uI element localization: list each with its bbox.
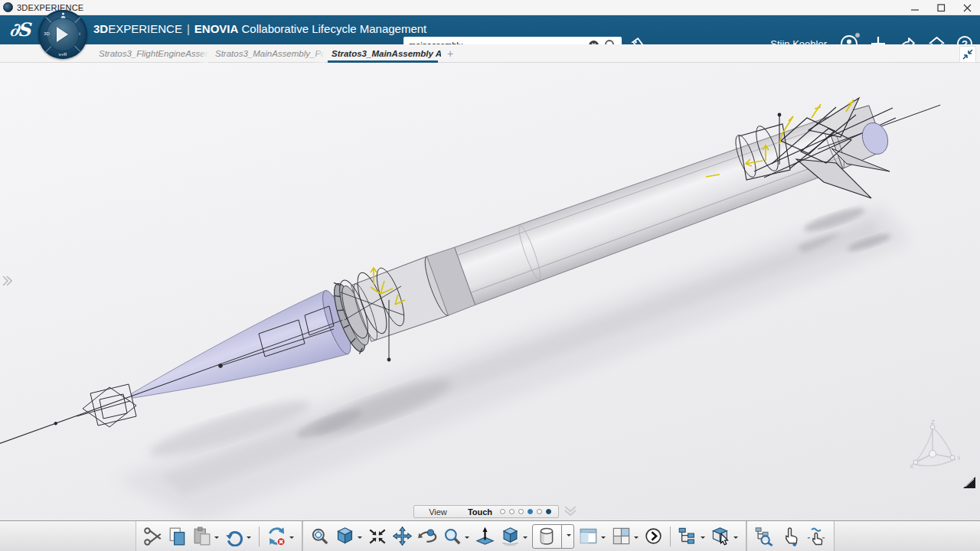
minimize-button[interactable] <box>902 0 928 15</box>
gesture-button[interactable] <box>803 523 829 549</box>
split-view-dropdown-arrow[interactable] <box>601 536 606 541</box>
structure-tree-icon <box>678 526 698 546</box>
select-mode-icon <box>710 526 731 546</box>
iso-cube-icon <box>335 526 355 546</box>
undo-dropdown-arrow[interactable] <box>247 536 251 541</box>
render-style-icon <box>500 526 521 546</box>
tab-flight-engine-assembly[interactable]: Stratos3_FlightEngineAssembl <box>92 44 208 63</box>
cut-button[interactable] <box>141 523 165 549</box>
cut-icon <box>143 527 163 546</box>
more-commands-icon <box>644 527 663 546</box>
close-icon <box>963 4 972 12</box>
fit-all-button[interactable] <box>365 523 390 549</box>
tab-main-assembly-active[interactable]: Stratos3_MainAssembly A.1 <box>325 44 441 63</box>
collapse-arrows-icon <box>962 48 974 60</box>
paste-button[interactable] <box>190 523 222 549</box>
select-mode-button[interactable] <box>708 523 741 549</box>
pill-dot[interactable] <box>528 509 533 514</box>
pill-expand-chevron[interactable] <box>564 505 577 520</box>
select-mode-dropdown-arrow[interactable] <box>733 536 738 541</box>
app-rest: Collaborative Lifecycle Management <box>238 22 426 35</box>
compass-east-label[interactable]: i <box>72 31 87 36</box>
close-button[interactable] <box>954 0 980 15</box>
app-icon <box>3 2 13 12</box>
maximize-icon <box>937 4 946 12</box>
app-title: 3DEXPERIENCE|ENOVIA Collaborative Lifecy… <box>93 22 426 35</box>
iso-view-dropdown-arrow[interactable] <box>358 536 362 541</box>
3dexperience-compass[interactable]: 3D i v+R <box>38 10 87 59</box>
gesture-icon <box>805 526 827 547</box>
pill-dot[interactable] <box>500 509 505 514</box>
render-style-dropdown-arrow[interactable] <box>523 536 528 541</box>
3ds-logo[interactable]: ∂S <box>9 18 29 41</box>
structure-tree-button[interactable] <box>675 523 708 549</box>
update-icon <box>266 526 287 546</box>
zoom-button[interactable] <box>440 523 472 549</box>
touch-add-icon <box>779 526 801 547</box>
pill-dot[interactable] <box>546 509 551 514</box>
double-chevron-down-icon <box>564 505 577 517</box>
minimize-icon <box>911 4 920 12</box>
compass-play-icon[interactable] <box>57 27 68 42</box>
fit-all-icon <box>368 527 387 546</box>
split-view-button[interactable] <box>576 523 609 549</box>
normal-view-button[interactable] <box>472 523 498 549</box>
axis-triad[interactable]: Z X Y <box>910 419 960 478</box>
render-style-button[interactable] <box>498 523 531 549</box>
shading-mode-selected <box>532 524 574 549</box>
toolbar-group-view <box>302 521 746 551</box>
view-mode-button[interactable]: View <box>414 507 462 517</box>
undo-icon <box>224 527 244 546</box>
title-divider: | <box>187 22 190 35</box>
shading-cylinder-button[interactable] <box>534 525 559 548</box>
pill-dot[interactable] <box>537 509 542 514</box>
normal-view-icon <box>475 526 495 546</box>
copy-icon <box>168 527 188 546</box>
pan-button[interactable] <box>390 523 415 549</box>
tab-label: Stratos3_MainAssembly_PostS <box>215 49 325 58</box>
zoom-icon <box>443 527 462 546</box>
tab-label: Stratos3_MainAssembly A.1 <box>332 49 441 58</box>
3d-viewport[interactable]: View Touch Z X Y <box>0 63 980 520</box>
maximize-button[interactable] <box>928 0 954 15</box>
add-tab-button[interactable]: + <box>441 44 459 63</box>
tab-label: Stratos3_FlightEngineAssembl <box>99 49 208 58</box>
multi-view-button[interactable] <box>609 523 642 549</box>
update-dropdown-arrow[interactable] <box>289 536 294 541</box>
compass-north-icon[interactable] <box>55 12 70 19</box>
pill-dot[interactable] <box>518 509 524 514</box>
window-titlebar: 3DEXPERIENCE <box>0 0 980 15</box>
more-commands-button[interactable] <box>642 523 665 549</box>
update-button[interactable] <box>264 523 297 549</box>
toolbar-separator <box>259 527 260 546</box>
toolbar-group-edit <box>136 521 302 551</box>
rotate-button[interactable] <box>415 523 440 549</box>
undo-button[interactable] <box>222 523 254 549</box>
panel-expand-handle[interactable] <box>2 274 12 291</box>
compass-west-label[interactable]: 3D <box>39 31 54 36</box>
pill-dot[interactable] <box>509 509 514 514</box>
paste-dropdown-arrow[interactable] <box>214 536 219 541</box>
rotate-icon <box>417 526 438 546</box>
zoom-dropdown-arrow[interactable] <box>465 536 469 541</box>
shading-dropdown-arrow[interactable] <box>567 534 571 539</box>
tab-main-assembly-post[interactable]: Stratos3_MainAssembly_PostS <box>208 44 325 63</box>
multi-view-dropdown-arrow[interactable] <box>634 536 639 541</box>
compass-south-label[interactable]: v+R <box>55 52 70 57</box>
touch-select-button[interactable] <box>777 523 803 549</box>
zoom-area-button[interactable] <box>308 523 332 549</box>
touch-mode-button[interactable]: Touch <box>462 507 498 517</box>
3d-model-rocket <box>0 63 980 520</box>
iso-view-button[interactable] <box>332 523 365 549</box>
structure-tree-dropdown-arrow[interactable] <box>701 536 705 541</box>
pan-icon <box>392 526 413 546</box>
pill-dots <box>500 509 551 514</box>
paste-icon <box>192 527 212 546</box>
corner-arrow-icon[interactable] <box>962 474 977 493</box>
tree-search-button[interactable] <box>752 523 777 549</box>
tab-bar: Stratos3_FlightEngineAssembl Stratos3_Ma… <box>0 44 980 63</box>
copy-button[interactable] <box>165 523 190 549</box>
view-touch-pill: View Touch <box>413 505 559 518</box>
restore-view-button[interactable] <box>959 46 976 63</box>
app-header: ∂S 3DEXPERIENCE|ENOVIA Collaborative Lif… <box>0 15 980 44</box>
